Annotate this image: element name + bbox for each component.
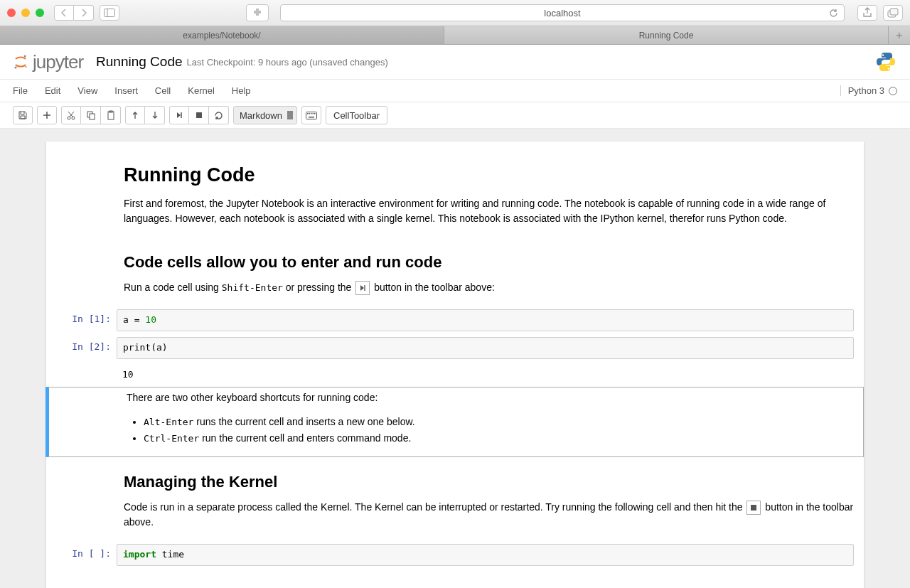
notebook-header: jupyter Running Code Last Checkpoint: 9 … [0, 45, 910, 80]
svg-point-7 [882, 54, 884, 55]
code-input-1[interactable]: a = 10 [117, 309, 854, 331]
copy-button[interactable] [81, 106, 101, 124]
svg-rect-16 [196, 112, 202, 118]
kernel-status-icon [889, 87, 897, 95]
markdown-cell-title[interactable]: Running Code First and foremost, the Jup… [46, 154, 864, 237]
browser-tab-0[interactable]: examples/Notebook/ [0, 26, 444, 44]
inline-stop-icon [746, 501, 761, 515]
h2-kernel: Managing the Kernel [124, 473, 854, 491]
run-button[interactable] [169, 106, 189, 124]
menu-help[interactable]: Help [223, 85, 259, 96]
prompt-in-empty: In [ ]: [49, 544, 117, 566]
prompt-in2: In [2]: [49, 337, 117, 359]
code-cell-3[interactable]: In [ ]: import time [46, 541, 864, 569]
nav-buttons [54, 5, 94, 21]
traffic-lights [7, 9, 44, 17]
sidebar-toggle-button[interactable] [100, 5, 119, 21]
svg-rect-3 [890, 9, 898, 15]
jupyter-logo-icon [13, 54, 28, 70]
code-input-3[interactable]: import time [117, 544, 854, 566]
cell-toolbar-button[interactable]: CellToolbar [326, 106, 387, 124]
svg-rect-20 [311, 113, 312, 114]
keyboard-button[interactable] [301, 106, 321, 124]
svg-rect-18 [307, 113, 309, 114]
restart-button[interactable] [209, 106, 229, 124]
cut-button[interactable] [61, 106, 81, 124]
url-bar[interactable]: localhost [280, 4, 845, 21]
move-down-button[interactable] [145, 106, 165, 124]
svg-rect-19 [309, 113, 311, 114]
svg-rect-21 [313, 113, 314, 114]
close-window-icon[interactable] [7, 9, 16, 17]
notebook-container: Running Code First and foremost, the Jup… [46, 141, 864, 588]
menu-cell[interactable]: Cell [146, 85, 179, 96]
code-cell-1[interactable]: In [1]: a = 10 [46, 306, 864, 334]
svg-rect-22 [314, 113, 316, 114]
url-text: localhost [544, 8, 580, 18]
forward-button[interactable] [74, 5, 94, 21]
notebook-scroll-area[interactable]: Running Code First and foremost, the Jup… [0, 129, 910, 588]
menu-insert[interactable]: Insert [106, 85, 146, 96]
intro-paragraph: First and foremost, the Jupyter Notebook… [124, 196, 854, 226]
menu-edit[interactable]: Edit [36, 85, 69, 96]
browser-tab-bar: examples/Notebook/ Running Code + [0, 26, 910, 45]
svg-point-5 [15, 67, 17, 69]
svg-point-6 [26, 66, 27, 68]
svg-point-10 [72, 117, 75, 119]
stop-button[interactable] [189, 106, 209, 124]
browser-tab-1[interactable]: Running Code [444, 26, 889, 44]
svg-rect-12 [90, 114, 95, 119]
extension-icon[interactable] [246, 4, 269, 21]
cell-type-select-wrap: Markdown ▴▾ [233, 106, 297, 124]
toolbar: Markdown ▴▾ CellToolbar [0, 102, 910, 129]
list-item: Alt-Enter runs the current cell and inse… [144, 414, 853, 430]
add-cell-button[interactable] [37, 106, 57, 124]
run-cell-paragraph: Run a code cell using Shift-Enter or pre… [124, 280, 854, 295]
reload-icon[interactable] [829, 9, 838, 18]
h2-code-cells: Code cells allow you to enter and run co… [124, 253, 854, 272]
prompt-in1: In [1]: [49, 309, 117, 331]
kernel-indicator: Python 3 [840, 85, 897, 96]
shortcuts-paragraph: There are two other keyboard shortcuts f… [127, 390, 853, 405]
list-item: Ctrl-Enter run the current cell and ente… [144, 430, 853, 447]
jupyter-logo[interactable]: jupyter [13, 51, 83, 73]
paste-button[interactable] [101, 106, 121, 124]
inline-run-icon [355, 281, 370, 295]
output-text-2: 10 [117, 365, 854, 384]
shortcuts-list: Alt-Enter runs the current cell and inse… [144, 414, 853, 447]
menu-kernel[interactable]: Kernel [179, 85, 223, 96]
svg-rect-13 [108, 112, 114, 119]
menu-view[interactable]: View [69, 85, 106, 96]
new-tab-button[interactable]: + [889, 26, 910, 44]
markdown-cell-shortcuts[interactable]: There are two other keyboard shortcuts f… [46, 387, 864, 457]
maximize-window-icon[interactable] [36, 9, 44, 17]
h1-title: Running Code [124, 164, 854, 186]
menu-file[interactable]: File [13, 85, 36, 96]
svg-rect-25 [751, 505, 756, 511]
svg-point-8 [888, 68, 889, 69]
save-button[interactable] [13, 106, 33, 124]
share-button[interactable] [857, 5, 877, 21]
browser-chrome: localhost [0, 0, 910, 26]
notebook-name[interactable]: Running Code [96, 54, 182, 70]
kernel-name: Python 3 [848, 85, 884, 96]
python-logo-icon [874, 50, 897, 73]
move-up-button[interactable] [125, 106, 145, 124]
kernel-paragraph: Code is run in a separate process called… [124, 500, 854, 530]
svg-rect-0 [105, 9, 115, 17]
jupyter-logo-text: jupyter [33, 51, 83, 73]
cell-type-select[interactable]: Markdown [233, 106, 297, 124]
checkpoint-text: Last Checkpoint: 9 hours ago (unsaved ch… [187, 57, 388, 68]
code-cell-2[interactable]: In [2]: print(a) [46, 334, 864, 362]
markdown-cell-kernel[interactable]: Managing the Kernel Code is run in a sep… [46, 457, 864, 541]
svg-point-9 [68, 117, 70, 119]
code-input-2[interactable]: print(a) [117, 337, 854, 359]
tabs-button[interactable] [883, 5, 903, 21]
markdown-cell-code-cells[interactable]: Code cells allow you to enter and run co… [46, 237, 864, 306]
code-output-2: 10 [46, 362, 864, 387]
minimize-window-icon[interactable] [21, 9, 30, 17]
back-button[interactable] [54, 5, 74, 21]
svg-rect-23 [309, 117, 314, 118]
menu-bar: File Edit View Insert Cell Kernel Help P… [0, 80, 910, 102]
svg-point-4 [24, 55, 26, 58]
